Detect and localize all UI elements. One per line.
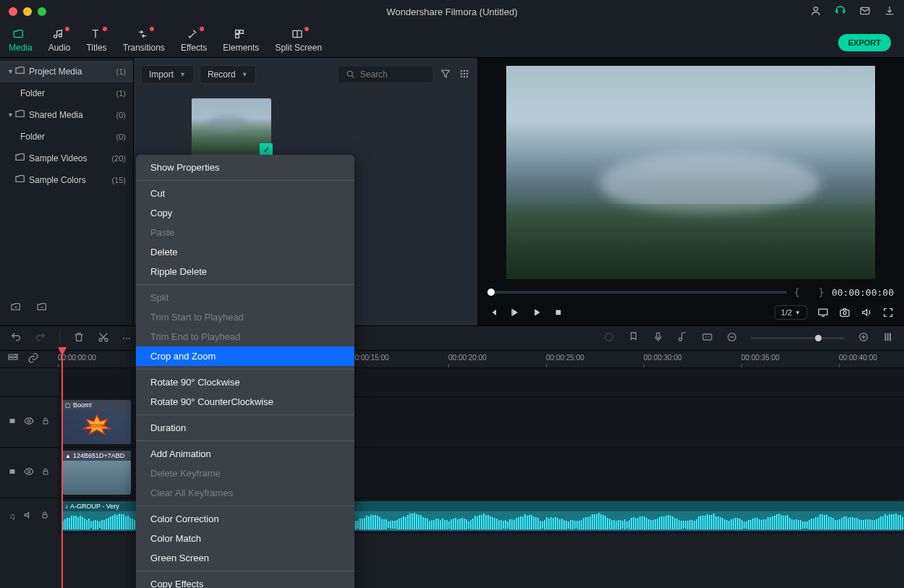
tab-effects[interactable]: Effects [179, 25, 208, 57]
play-forward-icon[interactable] [531, 307, 542, 318]
sidebar-item-sample-videos[interactable]: ▼ Sample Videos (20) [0, 148, 133, 169]
sidebar-item-count: (0) [116, 132, 126, 141]
ctx-ripple-delete[interactable]: Ripple Delete [136, 262, 354, 281]
svg-point-9 [347, 71, 352, 76]
stop-icon[interactable] [553, 307, 564, 318]
track-mute-icon[interactable] [23, 510, 33, 522]
track-type-icon[interactable] [8, 467, 17, 478]
record-dropdown[interactable]: Record▼ [200, 65, 256, 84]
grid-view-icon[interactable] [459, 68, 470, 82]
audio-mixer-icon[interactable] [677, 331, 688, 345]
marker-braces-icon[interactable]: { } [794, 286, 824, 298]
clip-type-icon: ♪ [65, 503, 68, 510]
new-folder-icon[interactable] [10, 302, 22, 315]
zoom-in-icon[interactable] [858, 331, 869, 345]
more-icon[interactable]: ⋯ [122, 333, 131, 344]
tab-media[interactable]: Media [7, 25, 34, 57]
ctx-copy[interactable]: Copy [136, 203, 354, 223]
ctx-rotate-cw[interactable]: Rotate 90° Clockwise [136, 372, 354, 392]
track-type-icon[interactable]: ♫ [9, 511, 16, 521]
account-icon[interactable] [810, 5, 822, 19]
cut-icon[interactable] [98, 331, 109, 345]
marker-icon[interactable] [628, 331, 639, 345]
timeline-clip[interactable]: ▲124B651D+7ABD [62, 451, 131, 495]
ctx-show-properties[interactable]: Show Properties [136, 158, 354, 177]
ruler-tick: 00:00:30:00 [644, 354, 682, 362]
ctx-rotate-ccw[interactable]: Rotate 90° CounterClockwise [136, 392, 354, 412]
context-menu: Show Properties Cut Copy Paste Delete Ri… [136, 155, 354, 588]
tab-split-screen[interactable]: Split Screen [273, 25, 323, 57]
clip-label: A-GROUP - Very [70, 503, 119, 510]
step-back-icon[interactable] [487, 307, 499, 318]
scrubber-handle[interactable] [487, 289, 495, 296]
sidebar-item-folder[interactable]: Folder (0) [0, 126, 133, 148]
delete-folder-icon[interactable] [36, 302, 48, 315]
ctx-green-screen[interactable]: Green Screen [136, 548, 354, 568]
ctx-duration[interactable]: Duration [136, 418, 354, 438]
svg-rect-36 [9, 357, 17, 359]
undo-icon[interactable] [10, 331, 22, 345]
media-thumbnail[interactable]: ✓ [192, 98, 271, 155]
sidebar-item-project-media[interactable]: ▼ Project Media (1) [0, 61, 133, 82]
snapshot-icon[interactable] [839, 307, 850, 318]
ctx-crop-zoom[interactable]: Crop and Zoom [136, 346, 354, 366]
delete-icon[interactable] [73, 331, 85, 345]
download-icon[interactable] [884, 5, 895, 19]
close-window-icon[interactable] [9, 7, 17, 16]
tab-elements[interactable]: Elements [221, 25, 260, 57]
track-manager-icon[interactable] [7, 352, 19, 366]
quality-label: 1/2 [781, 308, 792, 317]
fullscreen-icon[interactable] [882, 307, 894, 318]
volume-icon[interactable] [861, 307, 872, 318]
filter-icon[interactable] [440, 68, 451, 82]
ctx-copy-effects[interactable]: Copy Effects [136, 574, 354, 588]
track-lock-icon[interactable] [41, 467, 50, 478]
ctx-delete[interactable]: Delete [136, 242, 354, 262]
play-icon[interactable] [509, 307, 521, 318]
display-icon[interactable] [817, 307, 829, 318]
track-type-icon[interactable] [8, 417, 17, 427]
message-icon[interactable] [859, 5, 871, 19]
tab-transitions[interactable]: Transitions [121, 25, 166, 57]
zoom-out-icon[interactable] [726, 331, 738, 345]
tab-audio[interactable]: Audio [47, 25, 72, 57]
minimize-window-icon[interactable] [23, 7, 32, 16]
import-dropdown[interactable]: Import▼ [141, 65, 194, 84]
ctx-color-correction[interactable]: Color Correction [136, 509, 354, 529]
caption-icon[interactable] [702, 331, 713, 345]
tab-titles[interactable]: Titles [85, 25, 108, 57]
ctx-cut[interactable]: Cut [136, 184, 354, 203]
search-input[interactable] [360, 69, 425, 80]
ctx-add-animation[interactable]: Add Animation [136, 444, 354, 464]
link-icon[interactable] [27, 352, 39, 366]
preview-scrubber[interactable] [487, 291, 787, 294]
chevron-down-icon: ▼ [7, 111, 14, 119]
zoom-slider[interactable] [751, 337, 845, 339]
sidebar-item-folder[interactable]: Folder (1) [0, 82, 133, 104]
quality-dropdown[interactable]: 1/2 ▼ [775, 305, 807, 320]
track-visibility-icon[interactable] [24, 416, 34, 428]
ctx-color-match[interactable]: Color Match [136, 529, 354, 548]
sidebar-item-shared-media[interactable]: ▼ Shared Media (0) [0, 104, 133, 126]
zoom-fit-icon[interactable] [882, 331, 894, 345]
clip-label: 124B651D+7ABD [73, 452, 124, 459]
track-lock-icon[interactable] [40, 511, 49, 521]
sidebar-item-sample-colors[interactable]: ▼ Sample Colors (15) [0, 169, 133, 191]
export-button[interactable]: EXPORT [838, 34, 891, 51]
chevron-down-icon: ▼ [7, 68, 14, 75]
track-lock-icon[interactable] [41, 417, 50, 427]
tab-split-label: Split Screen [275, 43, 322, 53]
preview-canvas[interactable] [477, 58, 904, 282]
redo-icon[interactable] [35, 331, 46, 345]
chevron-down-icon: ▼ [179, 71, 186, 78]
playhead[interactable] [61, 350, 63, 588]
svg-rect-19 [511, 309, 512, 315]
timeline-clip[interactable]: ▢Boom! BOOM [62, 400, 131, 444]
render-icon[interactable] [603, 331, 615, 345]
voiceover-icon[interactable] [652, 331, 664, 345]
ruler-tick: 00:00:15:00 [351, 354, 389, 362]
search-box[interactable] [338, 67, 432, 82]
support-icon[interactable] [835, 5, 846, 19]
track-visibility-icon[interactable] [24, 466, 34, 479]
zoom-window-icon[interactable] [38, 7, 46, 16]
